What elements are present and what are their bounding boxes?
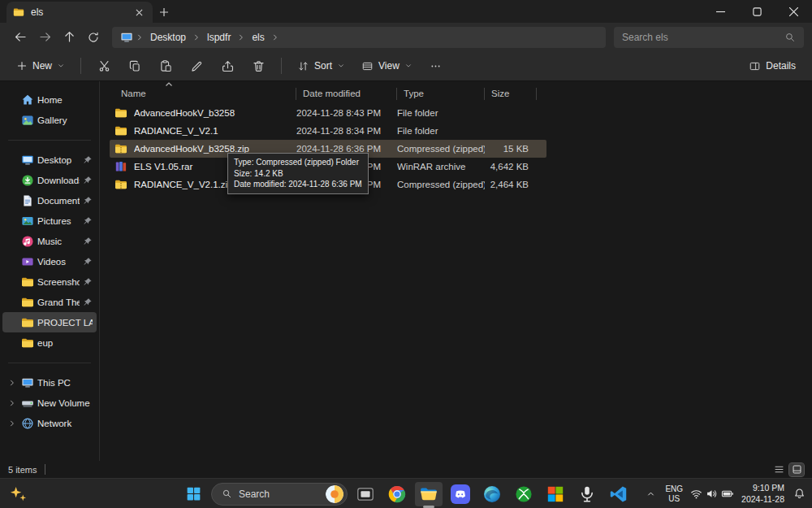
clock[interactable]: 9:10 PM 2024-11-28 <box>741 483 784 505</box>
delete-button[interactable] <box>246 54 270 77</box>
widgets-icon[interactable] <box>6 483 29 506</box>
copy-button[interactable] <box>123 54 147 77</box>
sidebar-item-documents[interactable]: Documents <box>2 190 97 211</box>
folder-icon <box>21 276 34 289</box>
explorer-tab[interactable]: els <box>6 2 153 23</box>
sidebar-item-label: Videos <box>37 257 80 267</box>
sidebar-item-label: Home <box>37 95 93 105</box>
sidebar-item-home[interactable]: Home <box>2 89 97 110</box>
sidebar-item-label: Pictures <box>37 216 80 226</box>
cut-button[interactable] <box>92 54 116 77</box>
sidebar-item-project-lapd[interactable]: PROJECT LAPD <box>2 312 97 332</box>
sidebar-item-gallery[interactable]: Gallery <box>2 110 97 130</box>
taskbar: Search ENG US 9:10 PM 2024-11-28 <box>0 478 812 508</box>
vscode-taskbar-button[interactable] <box>605 482 633 506</box>
more-options-button[interactable] <box>424 54 448 77</box>
chevron-right-icon[interactable] <box>6 398 18 408</box>
details-view-toggle[interactable] <box>771 463 786 476</box>
sort-button[interactable]: Sort <box>292 57 350 76</box>
sidebar-item-new-volume-e[interactable]: New Volume (E:) <box>2 393 97 413</box>
minimize-button[interactable] <box>702 0 739 23</box>
thispc-icon <box>21 376 34 389</box>
tab-close-icon[interactable] <box>132 5 146 20</box>
back-button[interactable] <box>8 25 32 50</box>
hidden-icons-chevron[interactable] <box>644 487 658 501</box>
status-divider <box>45 464 45 475</box>
column-header-date-modified[interactable]: Date modified <box>296 88 397 100</box>
new-tab-button[interactable] <box>153 2 175 23</box>
breadcrumb-lspdfr[interactable]: lspdfr <box>203 32 235 43</box>
new-label: New <box>32 60 52 72</box>
chevron-right-icon[interactable] <box>6 378 18 388</box>
chevron-down-icon <box>57 62 65 70</box>
address-bar[interactable]: Desktop lspdfr els <box>112 27 606 48</box>
file-date-modified: 2024-11-28 8:34 PM <box>296 126 397 136</box>
clock-time: 9:10 PM <box>741 483 784 494</box>
microsoft-store-taskbar-button[interactable] <box>542 482 569 506</box>
sidebar-item-music[interactable]: Music <box>2 231 97 251</box>
xbox-taskbar-button[interactable] <box>510 482 538 506</box>
pin-icon <box>83 196 93 206</box>
folder-icon <box>21 296 34 309</box>
discord-icon <box>451 484 470 504</box>
file-row[interactable]: RADIANCE_V_V2.12024-11-28 8:34 PMFile fo… <box>110 122 546 140</box>
tooltip-type: Type: Compressed (zipped) Folder <box>234 157 362 168</box>
forward-button[interactable] <box>32 25 57 50</box>
discord-taskbar-button[interactable] <box>447 482 474 506</box>
column-header-size[interactable]: Size <box>485 88 537 100</box>
new-button[interactable]: New <box>11 57 70 75</box>
sidebar-item-this-pc[interactable]: This PC <box>2 372 97 393</box>
search-icon <box>784 32 796 43</box>
desktop-icon <box>21 154 34 167</box>
taskbar-search[interactable]: Search <box>211 483 348 506</box>
indent-spacer <box>6 338 18 348</box>
file-list-area: Name Date modified Type Size AdvancedHoo… <box>100 81 812 461</box>
breadcrumb-desktop[interactable]: Desktop <box>146 32 190 43</box>
chrome-taskbar-button[interactable] <box>383 482 411 506</box>
search-icon <box>222 488 232 499</box>
sidebar-item-videos[interactable]: Videos <box>2 251 97 271</box>
home-icon <box>21 93 34 106</box>
task-view-icon <box>356 484 375 504</box>
system-icons[interactable] <box>690 488 734 500</box>
sidebar-item-label: Gallery <box>37 115 93 125</box>
sidebar-item-pictures[interactable]: Pictures <box>2 211 97 231</box>
refresh-button[interactable] <box>81 25 106 50</box>
titlebar[interactable]: els <box>0 0 812 23</box>
notification-bell-icon[interactable] <box>792 486 807 501</box>
file-row[interactable]: AdvancedHookV_b32582024-11-28 8:43 PMFil… <box>110 104 546 122</box>
close-button[interactable] <box>775 0 812 23</box>
pin-icon <box>83 155 93 165</box>
maximize-button[interactable] <box>739 0 775 23</box>
start-button[interactable] <box>179 482 207 506</box>
indent-spacer <box>6 257 18 267</box>
sidebar-item-screenshots[interactable]: Screenshots <box>2 271 97 292</box>
column-header-name[interactable]: Name <box>114 88 296 100</box>
language-indicator[interactable]: ENG US <box>665 484 683 504</box>
chevron-right-icon[interactable] <box>6 419 18 428</box>
command-bar: New Sort View Details <box>0 51 812 81</box>
microphone-taskbar-button[interactable] <box>573 482 601 506</box>
sidebar-item-eup[interactable]: eup <box>2 332 97 353</box>
file-explorer-taskbar-button[interactable] <box>415 482 443 506</box>
details-pane-button[interactable]: Details <box>744 57 801 76</box>
search-box[interactable]: Search els <box>614 27 804 48</box>
sidebar-item-downloads[interactable]: Downloads <box>2 170 97 190</box>
breadcrumb-els[interactable]: els <box>248 32 268 43</box>
pin-icon <box>83 237 93 246</box>
view-toggles <box>771 463 804 476</box>
large-icons-view-toggle[interactable] <box>789 463 804 476</box>
view-button[interactable]: View <box>356 57 417 76</box>
indent-spacer <box>6 318 18 328</box>
paste-button[interactable] <box>153 54 178 77</box>
sidebar-item-grand-theft-aut[interactable]: Grand Theft Aut <box>2 292 97 312</box>
column-header-type[interactable]: Type <box>397 88 485 100</box>
share-button[interactable] <box>215 54 240 77</box>
battery-icon <box>721 488 734 500</box>
sidebar-item-desktop[interactable]: Desktop <box>2 150 97 170</box>
edge-taskbar-button[interactable] <box>478 482 506 506</box>
sidebar-item-network[interactable]: Network <box>2 413 97 433</box>
rename-button[interactable] <box>184 54 209 77</box>
up-button[interactable] <box>57 25 81 50</box>
task-view-taskbar-button[interactable] <box>352 482 379 506</box>
